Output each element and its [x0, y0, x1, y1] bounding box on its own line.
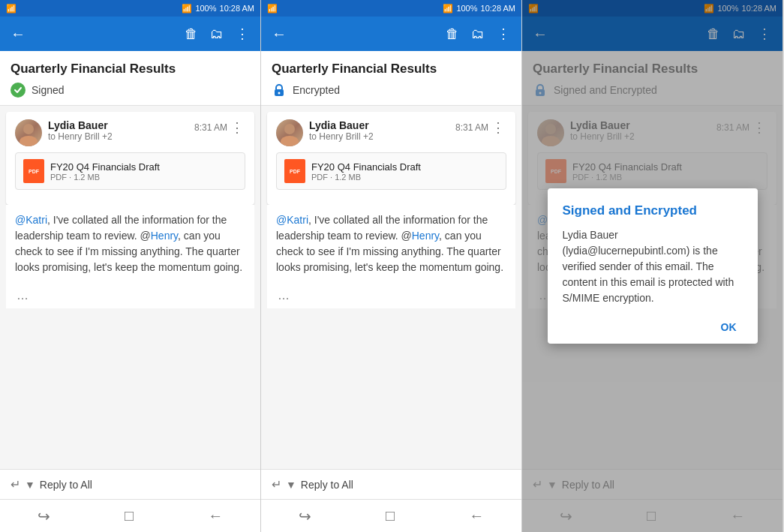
copy-icon-2[interactable]: □	[374, 501, 407, 530]
email-header-2: Lydia Bauer to Henry Brill +2 8:31 AM ⋮	[276, 119, 506, 146]
henry-link-1[interactable]: Henry	[151, 230, 178, 242]
subject-title-2: Quarterly Financial Results	[272, 62, 511, 77]
attachment-name-2: FY20 Q4 Financials Draft	[311, 161, 421, 173]
action-bar-1: ← 🗑 🗂 ⋮	[0, 17, 260, 51]
email-body-2: @Katri, I've collated all the informatio…	[267, 205, 515, 283]
back-nav-icon-1[interactable]: ←	[196, 501, 235, 530]
battery-text-2: 100%	[456, 4, 477, 13]
security-badge-encrypted[interactable]: Encrypted	[272, 83, 511, 98]
email-ellipsis-1: …	[6, 283, 254, 308]
reply-bar-2: ↵ ▼ Reply to All	[261, 469, 521, 499]
dialog-actions: OK	[563, 318, 743, 336]
panel-signed: 📶 📶 100% 10:28 AM ← 🗑 🗂 ⋮ Quarterly Fina…	[0, 0, 261, 532]
archive-button-1[interactable]: 🗂	[206, 23, 227, 46]
reply-label-2[interactable]: Reply to All	[301, 479, 353, 491]
action-bar-2: ← 🗑 🗂 ⋮	[261, 17, 521, 51]
dialog-ok-button[interactable]: OK	[715, 318, 743, 336]
bottom-nav-2: ↪ □ ←	[261, 499, 521, 532]
delete-button-1[interactable]: 🗑	[181, 23, 202, 46]
copy-icon-1[interactable]: □	[113, 501, 146, 530]
sender-name-2: Lydia Bauer	[309, 119, 449, 131]
email-card-1: Lydia Bauer to Henry Brill +2 8:31 AM ⋮ …	[6, 112, 254, 205]
status-left-2: 📶	[267, 4, 278, 14]
signed-encrypted-dialog: Signed and Encrypted Lydia Bauer (lydia@…	[548, 188, 758, 344]
time-2: 10:28 AM	[481, 4, 515, 13]
forward-icon-2[interactable]: ↪	[287, 501, 323, 531]
email-more-1[interactable]: ⋮	[229, 119, 245, 136]
status-right-2: 📶 100% 10:28 AM	[443, 4, 515, 14]
badge-label-encrypted: Encrypted	[293, 84, 340, 96]
lock-icon-1	[272, 83, 287, 98]
status-bar-1: 📶 📶 100% 10:28 AM	[0, 0, 260, 17]
katri-link-2[interactable]: @Katri	[276, 214, 308, 226]
dialog-body: Lydia Bauer (lydia@lucernepubintl.com) i…	[563, 227, 743, 306]
back-button-2[interactable]: ←	[269, 23, 290, 46]
security-badge-signed[interactable]: Signed	[11, 83, 250, 98]
delete-button-2[interactable]: 🗑	[442, 23, 463, 46]
svg-point-1	[278, 92, 281, 95]
panel-encrypted: 📶 📶 100% 10:28 AM ← 🗑 🗂 ⋮ Quarterly Fina…	[261, 0, 522, 532]
reply-bar-1: ↵ ▼ Reply to All	[0, 469, 260, 499]
email-ellipsis-2: …	[267, 283, 515, 308]
reply-dropdown-2[interactable]: ▼	[286, 479, 296, 491]
status-bar-2: 📶 📶 100% 10:28 AM	[261, 0, 521, 17]
sender-info-2: Lydia Bauer to Henry Brill +2	[309, 119, 449, 142]
status-left-1: 📶	[6, 4, 17, 14]
email-content-2: Quarterly Financial Results Encrypted	[261, 51, 521, 469]
email-more-2[interactable]: ⋮	[490, 119, 506, 136]
more-button-1[interactable]: ⋮	[232, 22, 253, 46]
email-body-1: @Katri, I've collated all the informatio…	[6, 205, 254, 283]
attachment-1[interactable]: FY20 Q4 Financials Draft PDF · 1.2 MB	[15, 152, 245, 190]
back-nav-icon-2[interactable]: ←	[457, 501, 496, 530]
signed-icon	[11, 83, 26, 98]
signal-icon-1: 📶	[182, 4, 192, 14]
forward-icon-1[interactable]: ↪	[26, 501, 62, 531]
back-button-1[interactable]: ←	[8, 23, 29, 46]
status-right-1: 📶 100% 10:28 AM	[182, 4, 254, 14]
signal-icon-2: 📶	[443, 4, 453, 14]
subject-title-1: Quarterly Financial Results	[11, 62, 250, 77]
katri-link-1[interactable]: @Katri	[15, 214, 47, 226]
avatar-1	[15, 119, 42, 146]
pdf-icon-2	[284, 159, 305, 183]
attachment-info-2: FY20 Q4 Financials Draft PDF · 1.2 MB	[311, 161, 421, 182]
attachment-2[interactable]: FY20 Q4 Financials Draft PDF · 1.2 MB	[276, 152, 506, 190]
wifi-icon-1: 📶	[6, 4, 17, 14]
attachment-meta-2: PDF · 1.2 MB	[311, 173, 421, 182]
sender-to-1: to Henry Brill +2	[48, 131, 188, 142]
dialog-overlay: Signed and Encrypted Lydia Bauer (lydia@…	[522, 0, 782, 532]
henry-link-2[interactable]: Henry	[412, 230, 439, 242]
sender-to-2: to Henry Brill +2	[309, 131, 449, 142]
reply-icon-2: ↵	[272, 477, 281, 491]
panel-signed-encrypted: 📶 📶 100% 10:28 AM ← 🗑 🗂 ⋮ Quarterly Fina…	[522, 0, 783, 532]
email-card-2: Lydia Bauer to Henry Brill +2 8:31 AM ⋮ …	[267, 112, 515, 205]
battery-text-1: 100%	[195, 4, 216, 13]
sender-name-1: Lydia Bauer	[48, 119, 188, 131]
reply-dropdown-1[interactable]: ▼	[25, 479, 35, 491]
attachment-meta-1: PDF · 1.2 MB	[50, 173, 160, 182]
more-button-2[interactable]: ⋮	[493, 22, 514, 46]
email-content-1: Quarterly Financial Results Signed Lydia…	[0, 51, 260, 469]
email-time-1: 8:31 AM	[194, 122, 227, 133]
reply-icon-1: ↵	[11, 477, 20, 491]
attachment-name-1: FY20 Q4 Financials Draft	[50, 161, 160, 173]
badge-label-signed: Signed	[32, 84, 65, 96]
bottom-nav-1: ↪ □ ←	[0, 499, 260, 532]
subject-block-2: Quarterly Financial Results Encrypted	[261, 51, 521, 106]
pdf-icon-1	[23, 159, 44, 183]
avatar-2	[276, 119, 303, 146]
attachment-info-1: FY20 Q4 Financials Draft PDF · 1.2 MB	[50, 161, 160, 182]
dialog-title: Signed and Encrypted	[563, 203, 743, 218]
archive-button-2[interactable]: 🗂	[467, 23, 488, 46]
subject-block-1: Quarterly Financial Results Signed	[0, 51, 260, 106]
reply-label-1[interactable]: Reply to All	[40, 479, 92, 491]
email-time-2: 8:31 AM	[455, 122, 488, 133]
email-header-1: Lydia Bauer to Henry Brill +2 8:31 AM ⋮	[15, 119, 245, 146]
sender-info-1: Lydia Bauer to Henry Brill +2	[48, 119, 188, 142]
time-1: 10:28 AM	[220, 4, 254, 13]
wifi-icon-2: 📶	[267, 4, 278, 14]
